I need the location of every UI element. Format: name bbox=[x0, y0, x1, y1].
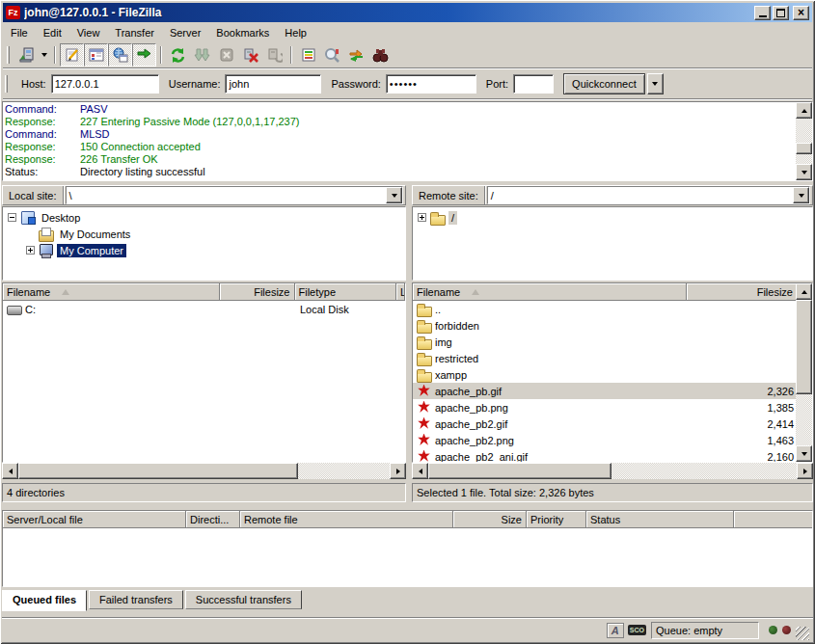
tab-successful-transfers[interactable]: Successful transfers bbox=[185, 590, 302, 609]
close-button[interactable]: × bbox=[793, 6, 809, 20]
toggle-queue-button[interactable] bbox=[132, 43, 156, 67]
local-tree-icon bbox=[89, 47, 104, 63]
scroll-thumb[interactable] bbox=[18, 463, 298, 479]
arrow-up-icon bbox=[801, 290, 807, 294]
column-header-remote-file[interactable]: Remote file bbox=[240, 511, 453, 528]
menu-item[interactable]: Bookmarks bbox=[208, 25, 277, 40]
file-row[interactable]: restricted bbox=[413, 350, 812, 366]
column-header-status[interactable]: Status bbox=[586, 511, 734, 528]
expand-icon[interactable] bbox=[418, 213, 426, 222]
column-header-priority[interactable]: Priority bbox=[527, 511, 586, 528]
tree-item-root[interactable]: / bbox=[413, 209, 812, 226]
quickconnect-button[interactable]: Quickconnect bbox=[563, 73, 645, 94]
column-header-lastmodified[interactable]: L bbox=[396, 283, 405, 301]
file-row[interactable]: forbidden bbox=[413, 317, 812, 334]
scroll-right-button[interactable] bbox=[390, 463, 406, 479]
scroll-thumb[interactable] bbox=[796, 143, 812, 154]
host-input[interactable] bbox=[51, 74, 159, 94]
column-header-filetype[interactable]: Filetype bbox=[295, 283, 397, 301]
column-header-server-local-file[interactable]: Server/Local file bbox=[3, 511, 186, 528]
menu-item[interactable]: View bbox=[69, 25, 108, 40]
file-row-c-drive[interactable]: C: Local Disk bbox=[3, 301, 405, 317]
tab-queued-files[interactable]: Queued files bbox=[2, 590, 87, 611]
desktop-icon bbox=[20, 211, 36, 225]
menu-item[interactable]: Edit bbox=[36, 25, 69, 40]
menu-item[interactable]: Server bbox=[162, 25, 208, 40]
scroll-left-button[interactable] bbox=[2, 463, 18, 479]
file-row[interactable]: apache_pb2_ani.gif 2,160 bbox=[413, 448, 812, 463]
toolbar-gripper[interactable] bbox=[7, 46, 10, 64]
menu-item[interactable]: Transfer bbox=[107, 25, 162, 40]
file-row[interactable]: apache_pb2.gif 2,414 bbox=[413, 416, 812, 432]
transfer-type-icon[interactable]: A bbox=[607, 623, 624, 638]
tree-item-my-documents[interactable]: My Documents bbox=[3, 226, 405, 242]
remote-site-combo[interactable]: / bbox=[487, 186, 810, 204]
scroll-down-button[interactable] bbox=[796, 164, 812, 180]
minimize-button[interactable] bbox=[754, 6, 771, 20]
local-site-dropdown[interactable] bbox=[386, 187, 402, 203]
menu-item[interactable]: Help bbox=[277, 25, 314, 40]
site-manager-button[interactable] bbox=[14, 43, 38, 67]
menu-item[interactable]: File bbox=[3, 25, 36, 40]
remote-vscrollbar[interactable] bbox=[796, 283, 812, 462]
tree-item-desktop[interactable]: Desktop bbox=[3, 209, 405, 226]
remote-site-dropdown[interactable] bbox=[793, 187, 809, 203]
local-status-bar: 4 directories bbox=[2, 483, 406, 502]
disconnect-button[interactable] bbox=[238, 43, 262, 67]
quickbar-gripper[interactable] bbox=[5, 75, 8, 93]
tree-item-my-computer[interactable]: My Computer bbox=[3, 242, 405, 258]
local-hscrollbar[interactable] bbox=[2, 463, 406, 479]
sco-indicator-icon[interactable]: SCO bbox=[628, 625, 646, 635]
maximize-button[interactable] bbox=[773, 6, 789, 20]
directory-filter-button[interactable] bbox=[296, 43, 320, 67]
remote-status-bar: Selected 1 file. Total size: 2,326 bytes bbox=[412, 483, 813, 502]
tab-failed-transfers[interactable]: Failed transfers bbox=[89, 590, 183, 609]
find-files-button[interactable] bbox=[368, 43, 393, 67]
quickconnect-dropdown[interactable] bbox=[647, 73, 664, 94]
local-site-combo[interactable]: \ bbox=[66, 186, 403, 204]
password-input[interactable] bbox=[386, 74, 476, 94]
scroll-right-button[interactable] bbox=[797, 463, 813, 479]
username-input[interactable] bbox=[225, 74, 321, 94]
remote-hscrollbar[interactable] bbox=[412, 463, 813, 479]
host-label: Host: bbox=[21, 78, 46, 90]
log-line: Command: MLSD bbox=[5, 128, 795, 141]
toggle-local-tree-button[interactable] bbox=[84, 43, 108, 67]
file-row[interactable]: img bbox=[413, 334, 812, 350]
arrow-left-icon bbox=[9, 469, 13, 474]
arrow-down-icon bbox=[801, 171, 807, 174]
arrow-right-icon bbox=[803, 469, 807, 474]
scroll-up-button[interactable] bbox=[796, 102, 812, 119]
file-row[interactable]: apache_pb.gif 2,326 bbox=[413, 383, 812, 399]
scroll-thumb[interactable] bbox=[796, 300, 812, 394]
toggle-remote-tree-button[interactable] bbox=[108, 43, 132, 67]
scroll-down-button[interactable] bbox=[796, 445, 812, 462]
scroll-left-button[interactable] bbox=[412, 463, 428, 479]
site-manager-dropdown[interactable] bbox=[38, 44, 50, 66]
resize-grip[interactable] bbox=[796, 627, 809, 640]
expand-icon[interactable] bbox=[26, 246, 35, 255]
log-scrollbar[interactable] bbox=[796, 102, 812, 180]
toggle-message-log-button[interactable] bbox=[60, 43, 84, 67]
column-header-filename[interactable]: Filename bbox=[413, 283, 687, 301]
collapse-icon[interactable] bbox=[8, 213, 16, 222]
directory-comparison-button[interactable] bbox=[320, 43, 344, 67]
cancel-operation-button[interactable] bbox=[214, 43, 238, 67]
process-queue-button[interactable] bbox=[190, 43, 214, 67]
file-row[interactable]: apache_pb.png 1,385 bbox=[413, 399, 812, 416]
scroll-up-button[interactable] bbox=[796, 283, 812, 300]
file-row[interactable]: .. bbox=[413, 301, 812, 317]
port-input[interactable] bbox=[513, 74, 554, 94]
refresh-button[interactable] bbox=[166, 43, 190, 67]
file-row[interactable]: apache_pb2.png 1,463 bbox=[413, 432, 812, 448]
local-site-label: Local site: bbox=[5, 186, 64, 204]
synchronized-browsing-button[interactable] bbox=[344, 43, 368, 67]
scroll-thumb[interactable] bbox=[428, 463, 611, 479]
column-header-direction[interactable]: Directi... bbox=[186, 511, 240, 528]
column-header-filesize[interactable]: Filesize bbox=[687, 283, 798, 301]
file-row[interactable]: xampp bbox=[413, 366, 812, 383]
column-header-filesize[interactable]: Filesize bbox=[220, 283, 295, 301]
column-header-filename[interactable]: Filename bbox=[3, 283, 220, 301]
column-header-size[interactable]: Size bbox=[453, 511, 527, 528]
reconnect-button[interactable] bbox=[262, 43, 286, 67]
